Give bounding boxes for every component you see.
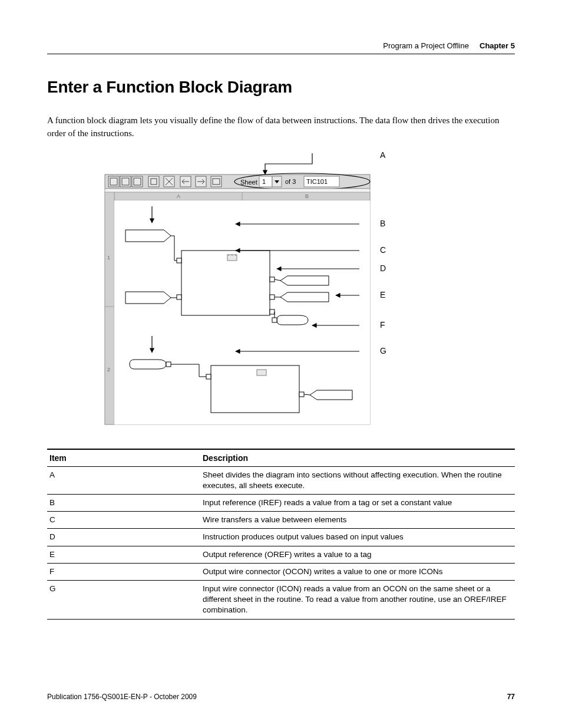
- callout-G: G: [380, 346, 386, 355]
- callout-F: F: [380, 320, 385, 330]
- svg-rect-36: [211, 365, 299, 413]
- callout-D: D: [380, 263, 386, 273]
- sheet-label: Sheet: [240, 179, 257, 186]
- page-heading: Enter a Function Block Diagram: [47, 78, 515, 97]
- svg-rect-37: [257, 370, 266, 375]
- svg-point-26: [228, 255, 229, 255]
- col-A: A: [177, 193, 180, 199]
- table-row: BInput reference (IREF) reads a value fr…: [47, 494, 515, 511]
- svg-rect-32: [270, 295, 275, 299]
- svg-point-27: [232, 255, 232, 255]
- header-section: Program a Project Offline: [383, 41, 469, 50]
- table-row: EOutput reference (OREF) writes a value …: [47, 546, 515, 563]
- row-1: 1: [107, 255, 110, 261]
- svg-rect-39: [299, 392, 304, 397]
- page-footer: Publication 1756-QS001E-EN-P - October 2…: [47, 693, 515, 701]
- svg-rect-30: [177, 295, 181, 299]
- svg-rect-21: [105, 192, 114, 424]
- col-B: B: [305, 193, 309, 199]
- svg-rect-34: [272, 318, 277, 322]
- description-table: Item Description ASheet divides the diag…: [47, 449, 515, 620]
- function-block-diagram: A Sheet 1: [47, 151, 515, 428]
- svg-rect-4: [148, 176, 159, 187]
- svg-rect-31: [270, 277, 275, 282]
- header-chapter: Chapter 5: [480, 41, 515, 50]
- table-row: FOutput wire connector (OCON) writes a v…: [47, 563, 515, 580]
- th-desc: Description: [200, 449, 515, 467]
- svg-rect-33: [270, 309, 275, 314]
- callout-B: B: [380, 219, 385, 228]
- table-row: ASheet divides the diagram into sections…: [47, 466, 515, 494]
- table-row: CWire transfers a value between elements: [47, 512, 515, 529]
- intro-paragraph: A function block diagram lets you visual…: [47, 114, 515, 140]
- of-label: of 3: [285, 178, 296, 185]
- callout-A: A: [380, 151, 386, 160]
- th-item: Item: [47, 449, 200, 467]
- svg-rect-38: [206, 374, 211, 379]
- publication-id: Publication 1756-QS001E-EN-P - October 2…: [47, 693, 197, 701]
- routine-name: TIC101: [306, 178, 328, 185]
- svg-point-28: [235, 255, 236, 255]
- row-2: 2: [107, 367, 110, 373]
- callout-C: C: [380, 245, 386, 255]
- sheet-num: 1: [262, 178, 266, 185]
- svg-rect-29: [177, 258, 181, 263]
- table-row: GInput wire connector (ICON) reads a val…: [47, 581, 515, 620]
- table-row: DInstruction produces output values base…: [47, 529, 515, 546]
- callout-E: E: [380, 290, 385, 299]
- svg-rect-35: [166, 362, 171, 367]
- page-number: 77: [507, 693, 515, 701]
- page-header: Program a Project Offline Chapter 5: [47, 41, 515, 54]
- svg-rect-24: [181, 251, 270, 315]
